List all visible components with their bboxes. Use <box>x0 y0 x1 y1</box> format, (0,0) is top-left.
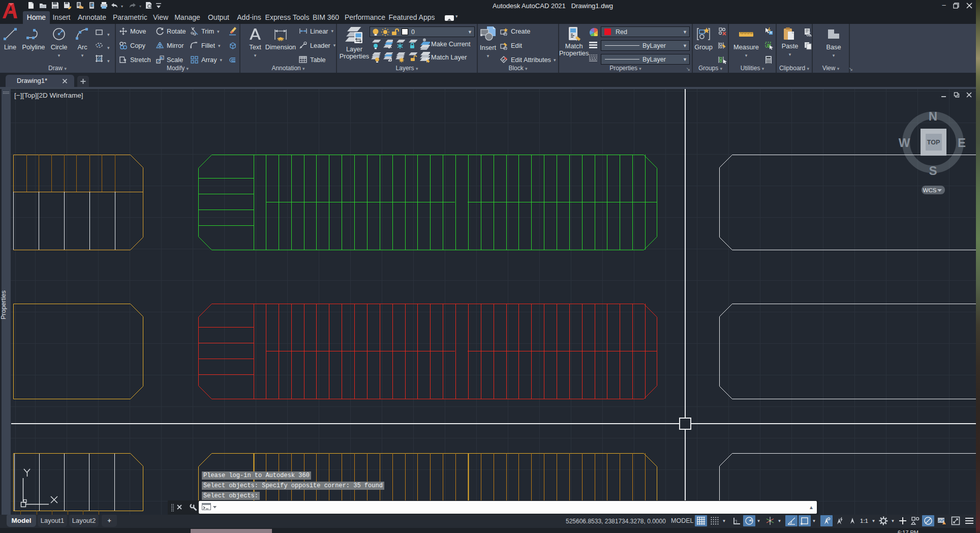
svg-text:WCS: WCS <box>923 187 937 193</box>
svg-text:TOP: TOP <box>927 139 940 146</box>
